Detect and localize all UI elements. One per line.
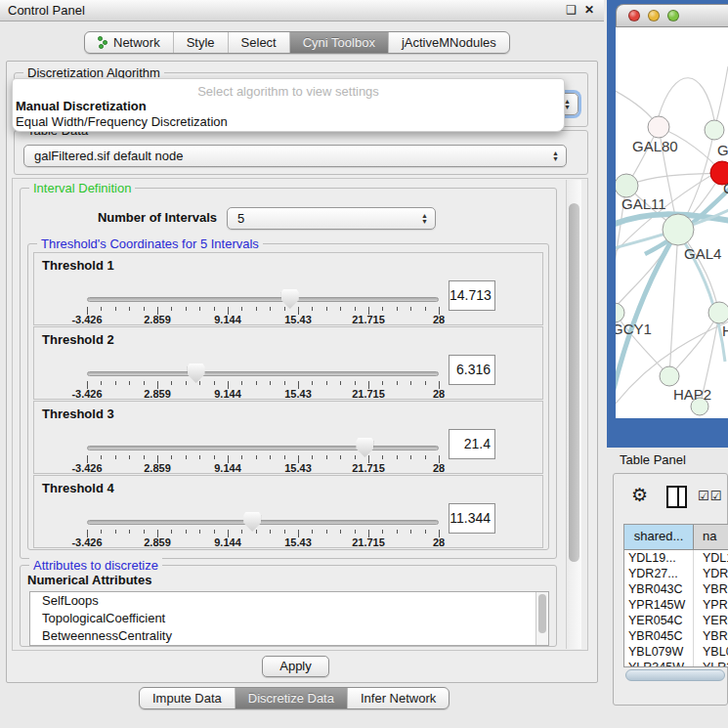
cell-name: YBL0 bbox=[694, 644, 728, 660]
num-intervals-combo[interactable]: 5 ▲▼ bbox=[227, 207, 436, 230]
cell-name: YER0 bbox=[694, 613, 728, 628]
vertical-scrollbar-thumb[interactable] bbox=[569, 203, 579, 562]
table-row[interactable]: YPR145WYPR1 bbox=[624, 597, 728, 613]
network-graph: GAL80GACGAL11GAL4GCY1HHAP2 bbox=[616, 27, 728, 418]
vertical-scrollbar[interactable] bbox=[566, 180, 581, 649]
cell-shared-name: YDL19... bbox=[624, 550, 694, 566]
table-rows: YDL19...YDL1YDR27...YDR2YBR043CYBR0YPR14… bbox=[624, 550, 728, 667]
tab-style[interactable]: Style bbox=[173, 32, 228, 53]
mac-zoom-icon[interactable] bbox=[667, 10, 679, 21]
network-node[interactable] bbox=[616, 174, 638, 197]
num-intervals-value: 5 bbox=[237, 211, 244, 226]
column-header-shared[interactable]: shared... bbox=[624, 525, 694, 549]
cell-shared-name: YDR27... bbox=[624, 566, 694, 581]
dropdown-item[interactable]: Equal Width/Frequency Discretization bbox=[13, 114, 564, 130]
table-data-combo[interactable]: galFiltered.sif default node ▲▼ bbox=[23, 145, 567, 167]
control-panel-window: Control Panel ❑ ✕ NetworkStyleSelectCyni… bbox=[0, 0, 604, 728]
cell-shared-name: YBR043C bbox=[624, 581, 694, 597]
threshold-value-field[interactable]: 21.4 bbox=[449, 429, 495, 459]
cell-name: YDL1 bbox=[694, 550, 728, 566]
tab-infer-network[interactable]: Infer Network bbox=[347, 688, 449, 708]
threshold-label: Threshold 3 bbox=[42, 407, 114, 421]
network-edge bbox=[659, 78, 714, 120]
cell-name: YLR3 bbox=[694, 660, 728, 667]
slider-track[interactable] bbox=[87, 520, 439, 525]
attribute-item[interactable]: TopologicalCoefficient bbox=[30, 610, 548, 627]
network-node[interactable] bbox=[663, 214, 694, 245]
table-row[interactable]: YER054CYER0 bbox=[624, 613, 728, 628]
column-header-name[interactable]: na bbox=[694, 525, 728, 549]
node-label: C bbox=[723, 180, 728, 196]
network-node[interactable] bbox=[705, 120, 724, 140]
cell-name: YPR1 bbox=[694, 597, 728, 613]
tab-label: Select bbox=[241, 35, 277, 50]
slider-track[interactable] bbox=[87, 371, 439, 376]
attributes-scrollbar[interactable] bbox=[535, 592, 548, 645]
slider-track[interactable] bbox=[87, 297, 439, 302]
threshold-row: Threshold 3-3.4262.8599.14415.4321.71528… bbox=[33, 401, 543, 474]
attribute-item[interactable]: SelfLoops bbox=[30, 592, 548, 610]
table-row[interactable]: YDR27...YDR2 bbox=[624, 566, 728, 581]
table-row[interactable]: YBL079WYBL0 bbox=[624, 644, 728, 660]
checkbox-icons[interactable]: ☑☑ bbox=[698, 489, 722, 503]
cell-name: YBR0 bbox=[694, 581, 728, 597]
network-canvas[interactable]: GAL80GACGAL11GAL4GCY1HHAP2 bbox=[616, 27, 728, 418]
dropdown-item[interactable]: Manual Discretization bbox=[13, 99, 564, 114]
cell-shared-name: YBR045C bbox=[624, 628, 694, 644]
node-label: GAL11 bbox=[621, 195, 666, 212]
mac-close-icon[interactable] bbox=[628, 10, 640, 21]
mac-minimize-icon[interactable] bbox=[648, 10, 660, 21]
combo-stepper-icon: ▲▼ bbox=[564, 94, 571, 114]
network-node[interactable] bbox=[708, 302, 728, 323]
numerical-attributes-list[interactable]: SelfLoopsTopologicalCoefficientBetweenne… bbox=[29, 591, 549, 646]
attributes-scrollbar-thumb[interactable] bbox=[538, 594, 546, 633]
algorithm-dropdown-popup: Select algorithm to view settings Manual… bbox=[12, 78, 565, 132]
network-node[interactable] bbox=[616, 303, 624, 322]
tab-select[interactable]: Select bbox=[228, 32, 289, 53]
node-table[interactable]: shared... na YDL19...YDL1YDR27...YDR2YBR… bbox=[623, 524, 728, 667]
tab-discretize-data[interactable]: Discretize Data bbox=[235, 688, 347, 708]
num-intervals-label: Number of Intervals bbox=[59, 210, 217, 225]
combo-stepper-icon: ▲▼ bbox=[421, 208, 428, 229]
table-row[interactable]: YDL19...YDL1 bbox=[624, 550, 728, 566]
node-label: HAP2 bbox=[673, 386, 711, 403]
tab-jactivemnodules[interactable]: jActiveMNodules bbox=[388, 32, 509, 53]
network-window-titlebar bbox=[616, 4, 728, 27]
threshold-label: Threshold 2 bbox=[42, 332, 114, 347]
columns-icon[interactable] bbox=[666, 486, 687, 508]
table-row[interactable]: YLR345WYLR3 bbox=[624, 660, 728, 667]
gear-icon[interactable]: ⚙ bbox=[631, 484, 648, 506]
tab-label: Discretize Data bbox=[248, 691, 334, 706]
slider-thumb[interactable] bbox=[243, 512, 261, 532]
slider-thumb[interactable] bbox=[281, 289, 299, 309]
tab-label: Cyni Toolbox bbox=[303, 35, 375, 50]
table-row[interactable]: YBR043CYBR0 bbox=[624, 581, 728, 597]
dropdown-hint: Select algorithm to view settings bbox=[13, 79, 564, 99]
attribute-item[interactable]: BetweennessCentrality bbox=[30, 627, 548, 645]
attribute-items: SelfLoopsTopologicalCoefficientBetweenne… bbox=[30, 592, 548, 645]
slider-track[interactable] bbox=[87, 446, 439, 450]
threshold-value-field[interactable]: 11.344 bbox=[449, 503, 495, 534]
horizontal-scrollbar-thumb[interactable] bbox=[625, 669, 725, 681]
bottom-tab-bar: Impute DataDiscretize DataInfer Network bbox=[139, 687, 450, 709]
cell-shared-name: YLR345W bbox=[624, 660, 694, 667]
close-icon[interactable]: ✕ bbox=[584, 3, 594, 17]
node-label: GA bbox=[717, 142, 728, 158]
network-node[interactable] bbox=[660, 366, 679, 386]
threshold-value-field[interactable]: 14.713 bbox=[449, 280, 495, 311]
threshold-value-field[interactable]: 6.316 bbox=[449, 355, 495, 385]
tab-label: Style bbox=[187, 35, 215, 50]
node-label: H bbox=[722, 322, 728, 339]
tab-impute-data[interactable]: Impute Data bbox=[140, 688, 235, 708]
table-panel-title: Table Panel bbox=[620, 452, 686, 467]
apply-button[interactable]: Apply bbox=[262, 656, 329, 677]
tab-network[interactable]: Network bbox=[85, 32, 173, 53]
slider-thumb[interactable] bbox=[356, 438, 373, 457]
slider-thumb[interactable] bbox=[188, 364, 205, 383]
network-node[interactable] bbox=[648, 116, 669, 138]
slider-tick-labels: -3.4262.8599.14415.4321.71528 bbox=[87, 536, 441, 549]
float-window-icon[interactable]: ❑ bbox=[566, 3, 577, 17]
tab-cyni-toolbox[interactable]: Cyni Toolbox bbox=[289, 32, 388, 53]
numerical-attributes-label: Numerical Attributes bbox=[27, 573, 151, 587]
table-row[interactable]: YBR045CYBR0 bbox=[624, 628, 728, 644]
